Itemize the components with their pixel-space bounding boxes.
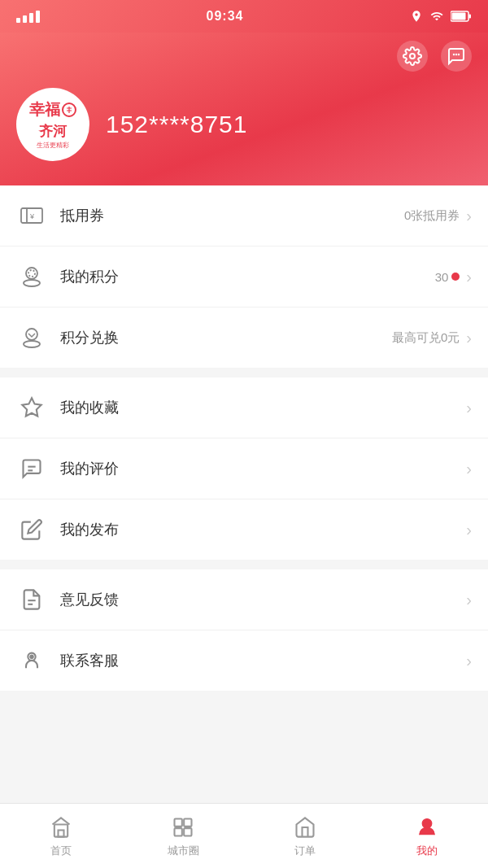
svg-rect-27 [175, 828, 182, 835]
svg-rect-26 [184, 818, 191, 826]
brand-icon [65, 106, 73, 114]
tab-city-icon [170, 814, 196, 840]
avatar[interactable]: 幸福 齐河 生活更精彩 [16, 88, 89, 161]
exchange-right: 最高可兑0元 [392, 330, 460, 346]
mine-svg [416, 816, 438, 839]
menu-section-3: 意见反馈 › 联系客服 › [0, 569, 488, 691]
menu-item-coupon[interactable]: ¥ 抵用券 0张抵用券 › [0, 185, 488, 246]
location-icon [410, 10, 423, 23]
signal-bar-1 [16, 18, 20, 23]
publish-icon [16, 514, 47, 545]
star-svg [20, 396, 43, 419]
signal-bar-2 [23, 15, 27, 23]
menu-section-1: ¥ 抵用券 0张抵用券 › 我的积分 30 › [0, 185, 488, 368]
coupon-label: 抵用券 [60, 206, 404, 225]
points-chevron: › [466, 268, 472, 286]
exchange-label: 积分兑换 [60, 328, 392, 347]
svg-rect-2 [468, 15, 471, 19]
content-area: ¥ 抵用券 0张抵用券 › 我的积分 30 › [0, 185, 488, 765]
tab-order-icon [292, 814, 318, 840]
menu-section-2: 我的收藏 › 我的评价 › [0, 377, 488, 560]
tab-home-icon [48, 814, 74, 840]
svg-point-3 [410, 54, 415, 59]
svg-point-15 [24, 341, 40, 347]
message-icon [447, 46, 466, 66]
contact-icon [16, 645, 47, 676]
reviews-chevron: › [466, 460, 472, 478]
signal-bar-4 [36, 11, 40, 23]
menu-item-points[interactable]: 我的积分 30 › [0, 246, 488, 308]
contact-chevron: › [466, 652, 472, 670]
message-button[interactable] [441, 41, 472, 72]
menu-item-contact[interactable]: 联系客服 › [0, 630, 488, 691]
svg-rect-25 [175, 818, 182, 826]
reviews-label: 我的评价 [60, 459, 460, 478]
svg-point-13 [28, 270, 35, 277]
points-svg [20, 265, 44, 288]
edit-svg [20, 518, 43, 541]
user-info: 幸福 齐河 生活更精彩 152****8751 [16, 88, 472, 161]
status-bar: 09:34 [0, 0, 488, 33]
publish-chevron: › [466, 521, 472, 539]
points-label: 我的积分 [60, 267, 435, 286]
feedback-label: 意见反馈 [60, 590, 460, 609]
favorites-icon [16, 392, 47, 423]
settings-icon [403, 46, 422, 66]
tab-city-label: 城市圈 [168, 844, 199, 858]
points-icon [16, 261, 47, 292]
svg-point-12 [24, 280, 40, 286]
exchange-svg [20, 326, 44, 349]
brand-sub: 生活更精彩 [37, 141, 69, 150]
battery-icon [451, 11, 472, 22]
coupon-count: 0张抵用券 [404, 208, 460, 224]
favorites-label: 我的收藏 [60, 398, 460, 417]
menu-item-exchange[interactable]: 积分兑换 最高可兑0元 › [0, 308, 488, 368]
contact-label: 联系客服 [60, 651, 460, 670]
feedback-svg [20, 588, 43, 611]
home-svg [50, 816, 72, 839]
customer-svg [20, 649, 43, 672]
svg-marker-16 [22, 398, 41, 416]
signal-bar-3 [29, 13, 33, 23]
feedback-chevron: › [466, 591, 472, 609]
tab-mine[interactable]: 我的 [366, 814, 488, 858]
tab-mine-icon [414, 814, 440, 840]
exchange-chevron: › [466, 329, 472, 347]
coupon-icon: ¥ [16, 200, 47, 231]
menu-item-reviews[interactable]: 我的评价 › [0, 438, 488, 499]
tab-mine-label: 我的 [416, 844, 438, 858]
tab-home[interactable]: 首页 [0, 814, 122, 858]
order-svg [294, 816, 316, 839]
menu-item-publish[interactable]: 我的发布 › [0, 499, 488, 560]
svg-rect-1 [451, 13, 465, 20]
svg-rect-24 [59, 830, 64, 836]
tab-home-label: 首页 [50, 844, 72, 858]
settings-button[interactable] [397, 41, 428, 72]
coupon-svg: ¥ [20, 205, 44, 226]
svg-point-14 [26, 329, 37, 340]
favorites-chevron: › [466, 399, 472, 417]
svg-rect-28 [184, 828, 191, 835]
coupon-chevron: › [466, 207, 472, 225]
brand-circle [62, 103, 76, 117]
tab-city[interactable]: 城市圈 [122, 814, 244, 858]
feedback-icon [16, 584, 47, 615]
signal-indicator [16, 11, 40, 23]
profile-header: 幸福 齐河 生活更精彩 152****8751 [0, 33, 488, 185]
menu-item-feedback[interactable]: 意见反馈 › [0, 569, 488, 630]
tab-bar: 首页 城市圈 订单 我的 [0, 803, 488, 868]
points-count: 30 [435, 270, 449, 284]
points-badge [451, 273, 460, 281]
header-actions [16, 41, 472, 72]
status-time: 09:34 [207, 9, 244, 24]
brand-logo: 幸福 齐河 生活更精彩 [20, 92, 85, 157]
exchange-text: 最高可兑0元 [392, 330, 460, 346]
chat-svg [20, 457, 43, 480]
coupon-right: 0张抵用券 [404, 208, 460, 224]
phone-number: 152****8751 [106, 111, 248, 138]
tab-order[interactable]: 订单 [244, 814, 366, 858]
svg-point-22 [30, 656, 33, 659]
points-right: 30 [435, 270, 460, 284]
menu-item-favorites[interactable]: 我的收藏 › [0, 377, 488, 438]
svg-text:¥: ¥ [29, 212, 35, 220]
